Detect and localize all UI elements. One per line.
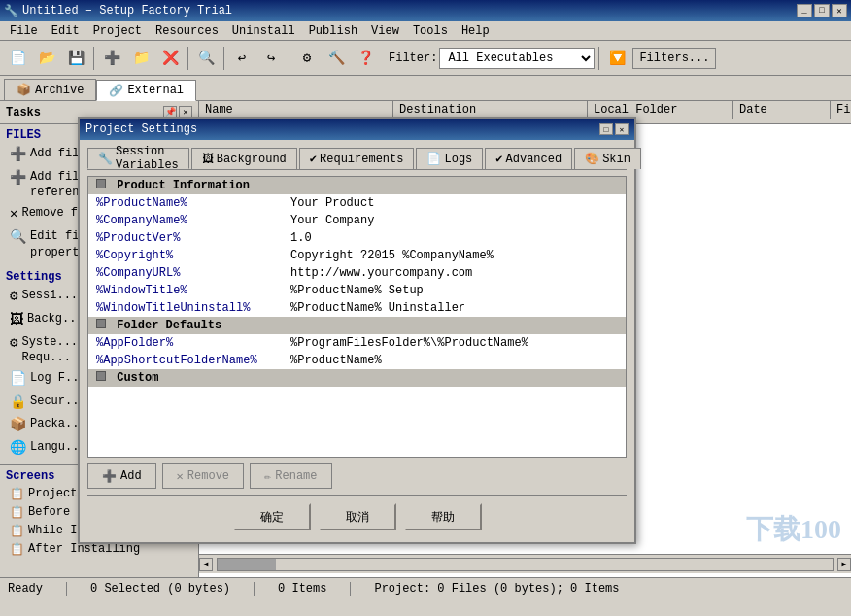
menu-bar: File Edit Project Resources Uninstall Pu…	[0, 21, 851, 41]
cancel-button[interactable]: 取消	[319, 503, 396, 530]
var-key: %WindowTitleUninstall%	[88, 299, 283, 317]
package-icon: 📦	[10, 416, 26, 435]
add-files-button[interactable]: ➕	[98, 45, 125, 72]
settings-session-label: Sessi...	[21, 288, 78, 304]
undo-button[interactable]: ↩	[228, 45, 255, 72]
maximize-button[interactable]: □	[814, 4, 830, 17]
dialog-tab-requirements[interactable]: ✔ Requirements	[299, 148, 415, 169]
dialog-tab-logs[interactable]: 📄 Logs	[416, 148, 483, 169]
custom-header: Custom	[88, 369, 626, 387]
add-folder-button[interactable]: 📁	[127, 45, 154, 72]
archive-label: Archive	[35, 84, 84, 97]
toolbar: 📄 📂 💾 ➕ 📁 ❌ 🔍 ↩ ↪ ⚙ 🔨 ❓ Filter: All Exec…	[0, 41, 851, 76]
tab-external[interactable]: 🔗 External	[96, 80, 196, 101]
toolbar-separator-5	[598, 47, 599, 70]
table-row[interactable]: %ProductVer% 1.0	[88, 229, 626, 247]
dialog-confirm-buttons: 确定 取消 帮助	[87, 495, 627, 534]
menu-project[interactable]: Project	[87, 22, 148, 40]
horizontal-scrollbar[interactable]: ◀ ▶	[199, 554, 851, 573]
var-key: %CompanyName%	[88, 212, 283, 229]
tasks-title: Tasks	[6, 106, 41, 120]
skin-tab-icon: 🎨	[585, 152, 599, 166]
menu-view[interactable]: View	[365, 22, 405, 40]
table-row[interactable]: %WindowTitle% %ProductName% Setup	[88, 282, 626, 299]
var-val: %ProgramFilesFolder%\%ProductName%	[283, 334, 626, 352]
logs-tab-label: Logs	[444, 153, 472, 166]
background-tab-icon: 🖼	[202, 152, 214, 166]
table-row[interactable]: %AppFolder% %ProgramFilesFolder%\%Produc…	[88, 334, 626, 352]
menu-uninstall[interactable]: Uninstall	[226, 22, 301, 40]
close-button[interactable]: ✕	[832, 4, 847, 17]
dialog-tab-session[interactable]: 🔧 Session Variables	[87, 148, 189, 169]
folder-defaults-label: Folder Defaults	[88, 317, 626, 334]
settings-button[interactable]: ⚙	[293, 45, 321, 72]
var-key: %ProductName%	[88, 194, 283, 212]
open-button[interactable]: 📂	[33, 45, 60, 72]
hscroll-track[interactable]	[217, 558, 834, 571]
remove-label: Remove	[187, 469, 229, 483]
menu-resources[interactable]: Resources	[150, 22, 224, 40]
dialog-tab-skin[interactable]: 🎨 Skin	[574, 148, 641, 169]
find-button[interactable]: 🔍	[192, 45, 220, 72]
advanced-tab-label: Advanced	[506, 153, 562, 166]
menu-help[interactable]: Help	[456, 22, 495, 40]
var-val: %ProductName% Uninstaller	[283, 299, 626, 317]
menu-file[interactable]: File	[4, 22, 44, 40]
remove-button[interactable]: ❌	[156, 45, 184, 72]
hscroll-thumb[interactable]	[218, 559, 276, 570]
screen-project-icon: 📋	[10, 487, 24, 501]
save-button[interactable]: 💾	[62, 45, 89, 72]
var-key: %AppFolder%	[88, 334, 283, 352]
settings-sysreq-label: Syste...Requ...	[21, 334, 78, 367]
scroll-left-btn[interactable]: ◀	[199, 558, 213, 571]
dialog-tab-background[interactable]: 🖼 Background	[191, 148, 297, 169]
custom-label: Custom	[88, 369, 626, 387]
sysreq-icon: ⚙	[10, 334, 17, 354]
dialog-close-button[interactable]: ✕	[615, 123, 629, 135]
table-row[interactable]: %Copyright% Copyright ?2015 %CompanyName…	[88, 247, 626, 264]
table-row[interactable]: %CompanyURL% http://www.yourcompany.com	[88, 264, 626, 282]
minimize-button[interactable]: _	[797, 4, 812, 17]
table-row[interactable]: %ProductName% Your Product	[88, 194, 626, 212]
advanced-tab-icon: ✔	[495, 152, 502, 166]
tab-archive[interactable]: 📦 Archive	[4, 79, 96, 100]
rename-variable-button[interactable]: ✏️ Rename	[250, 463, 331, 489]
settings-background-label: Backg...	[27, 311, 84, 327]
remove-variable-button[interactable]: ✕ Remove	[162, 463, 244, 489]
menu-edit[interactable]: Edit	[46, 22, 85, 40]
var-val: %ProductName% Setup	[283, 282, 626, 299]
title-bar-left: 🔧 Untitled – Setup Factory Trial	[4, 4, 232, 18]
scroll-right-btn[interactable]: ▶	[837, 558, 851, 571]
redo-button[interactable]: ↪	[257, 45, 285, 72]
var-val: Your Company	[283, 212, 626, 229]
add-files-ref-icon: ➕	[10, 169, 26, 188]
menu-tools[interactable]: Tools	[407, 22, 454, 40]
archive-icon: 📦	[17, 83, 31, 97]
new-button[interactable]: 📄	[4, 45, 31, 72]
filter-icon[interactable]: 🔽	[603, 45, 630, 72]
build-button[interactable]: 🔨	[323, 45, 350, 72]
app-title: Untitled – Setup Factory Trial	[22, 4, 232, 17]
var-val: http://www.yourcompany.com	[283, 264, 626, 282]
help-button[interactable]: ❓	[352, 45, 379, 72]
edit-props-icon: 🔍	[10, 228, 26, 248]
add-variable-button[interactable]: ➕ Add	[87, 463, 156, 489]
toolbar-separator-1	[93, 47, 94, 70]
toolbar-separator-2	[187, 47, 188, 70]
folder-defaults-header: Folder Defaults	[88, 317, 626, 334]
table-row[interactable]: %CompanyName% Your Company	[88, 212, 626, 229]
filter-label: Filter:	[389, 51, 437, 65]
filters-button[interactable]: Filters...	[632, 48, 716, 69]
session-variables-table[interactable]: Product Information %ProductName% Your P…	[87, 176, 627, 458]
title-bar-controls: _ □ ✕	[797, 4, 847, 17]
table-row[interactable]: %AppShortcutFolderName% %ProductName%	[88, 352, 626, 369]
dialog-title-bar: Project Settings □ ✕	[80, 119, 634, 140]
menu-publish[interactable]: Publish	[303, 22, 363, 40]
ok-button[interactable]: 确定	[233, 503, 311, 530]
dialog-tab-advanced[interactable]: ✔ Advanced	[485, 148, 572, 169]
table-row[interactable]: %WindowTitleUninstall% %ProductName% Uni…	[88, 299, 626, 317]
filter-select[interactable]: All ExecutablesAll FilesCustom	[439, 48, 595, 69]
help-button[interactable]: 帮助	[404, 503, 482, 530]
variables-table: Product Information %ProductName% Your P…	[88, 177, 626, 387]
dialog-maximize-button[interactable]: □	[599, 123, 613, 135]
